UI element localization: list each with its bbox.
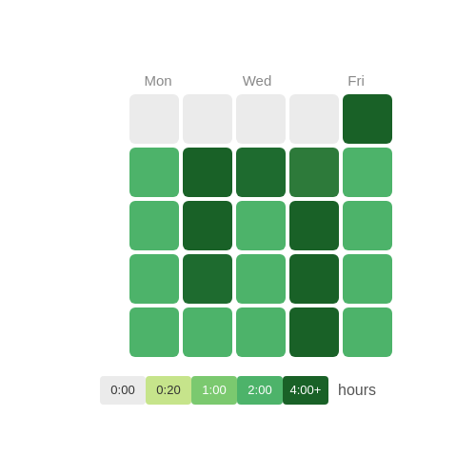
cell-2-2 [236, 201, 286, 250]
cell-4-0 [129, 307, 179, 357]
cell-3-4 [343, 254, 392, 304]
legend-box-1: 0:20 [146, 376, 191, 405]
day-label-mon: Mon [133, 72, 183, 89]
cell-4-4 [343, 307, 392, 357]
day-label-empty2 [282, 72, 331, 89]
legend-item-0: 0:00 [100, 376, 146, 405]
cell-1-0 [129, 148, 179, 197]
cell-3-0 [129, 254, 179, 304]
row-label-3 [84, 193, 126, 243]
day-labels-row: Mon Wed Fri [84, 72, 392, 89]
cell-2-4 [343, 201, 392, 250]
row-label-1 [84, 94, 126, 144]
cell-2-1 [183, 201, 232, 250]
day-label-empty1 [183, 72, 232, 89]
cell-1-3 [289, 148, 339, 197]
cell-1-2 [236, 148, 286, 197]
chart-area: Mon Wed Fri [84, 72, 392, 357]
legend-item-1: 0:20 [146, 376, 191, 405]
cell-3-3 [289, 254, 339, 304]
cell-1-4 [343, 148, 392, 197]
day-label-fri: Fri [331, 72, 381, 89]
cell-4-3 [289, 307, 339, 357]
cell-0-3 [289, 94, 339, 144]
cell-0-0 [129, 94, 179, 144]
row-label-5 [84, 292, 126, 342]
row-label-2 [84, 144, 126, 193]
cell-0-4 [343, 94, 392, 144]
legend-box-2: 1:00 [191, 376, 237, 405]
row-label-4 [84, 243, 126, 292]
cell-0-2 [236, 94, 286, 144]
cell-4-1 [183, 307, 232, 357]
cell-3-1 [183, 254, 232, 304]
day-label-wed: Wed [232, 72, 282, 89]
legend-unit: hours [338, 382, 376, 399]
row-labels [84, 94, 126, 357]
cell-2-3 [289, 201, 339, 250]
cell-1-1 [183, 148, 232, 197]
legend: 0:00 0:20 1:00 2:00 4:00+ hours [100, 376, 376, 405]
cell-4-2 [236, 307, 286, 357]
legend-item-2: 1:00 [191, 376, 237, 405]
legend-item-3: 2:00 [237, 376, 283, 405]
cell-2-0 [129, 201, 179, 250]
legend-box-3: 2:00 [237, 376, 283, 405]
grid-area [84, 94, 392, 357]
heatmap-container: Mon Wed Fri 0:00 0:20 [84, 72, 392, 405]
legend-box-0: 0:00 [100, 376, 146, 405]
heatmap-grid [129, 94, 392, 357]
cell-3-2 [236, 254, 286, 304]
cell-0-1 [183, 94, 232, 144]
legend-item-4: 4:00+ [283, 376, 328, 405]
legend-box-4: 4:00+ [283, 376, 328, 405]
